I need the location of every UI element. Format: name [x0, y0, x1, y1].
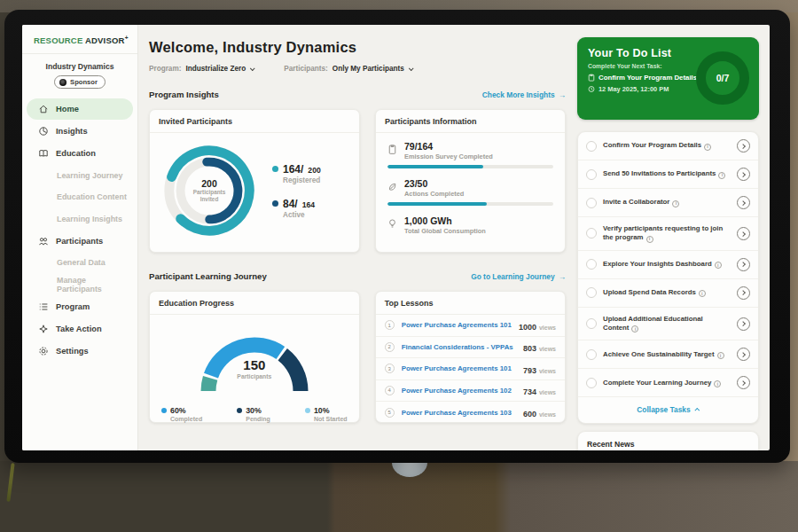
sidebar-item-learning-journey[interactable]: Learning Journey [27, 165, 133, 186]
todo-task-upload-spend-data-records[interactable]: Upload Spend Data Recordsi [578, 279, 758, 308]
lesson-rank-badge: 5 [385, 408, 395, 418]
participants-filter[interactable]: Participants: Only My Participants [284, 65, 412, 73]
todo-task-upload-additional-educational-content[interactable]: Upload Additional Educational Contenti [578, 308, 758, 341]
sidebar-item-label: Learning Journey [57, 171, 122, 180]
task-open-button[interactable] [737, 376, 750, 389]
sidebar-item-education[interactable]: Education [27, 143, 133, 164]
task-open-button[interactable] [737, 317, 750, 331]
sidebar-item-label: Program [56, 302, 90, 311]
sidebar-item-label: Settings [56, 347, 89, 356]
legend-label: Active [283, 211, 321, 219]
legend-label: Not Started [314, 416, 348, 422]
donut-legend-item-registered: 164/200Registered [272, 163, 321, 184]
sidebar-item-manage-participants[interactable]: Manage Participants [27, 274, 133, 295]
program-filter-value: Industrialize Zero [185, 65, 246, 73]
chevron-right-icon [740, 200, 745, 205]
task-open-button[interactable] [737, 196, 750, 209]
check-more-insights-link[interactable]: Check More Insights→ [482, 90, 566, 99]
todo-task-verify-participants-requesting-to-join-the-program[interactable]: Verify participants requesting to join t… [578, 217, 758, 251]
lesson-row: 2Financial Considerations - VPPAs803view… [376, 337, 565, 359]
sidebar-item-settings[interactable]: Settings [27, 340, 133, 362]
task-checkbox[interactable] [586, 287, 597, 298]
task-open-button[interactable] [737, 286, 750, 300]
todo-next-task[interactable]: Confirm Your Program Details [588, 74, 705, 82]
lesson-link[interactable]: Power Purchase Agreements 103 [402, 409, 516, 417]
task-open-button[interactable] [737, 348, 750, 361]
lesson-row: 5Power Purchase Agreements 103600views [376, 402, 565, 424]
todo-task-complete-your-learning-journey[interactable]: Complete Your Learning Journeyi [578, 369, 758, 397]
task-open-button[interactable] [737, 139, 750, 153]
lesson-views-suffix: views [539, 411, 556, 418]
section-title: Program Insights [149, 90, 219, 99]
info-icon: i [714, 380, 721, 387]
stat-value: 1,000 GWh [404, 215, 486, 226]
sidebar-item-label: General Data [57, 258, 106, 267]
task-checkbox[interactable] [586, 378, 597, 388]
invited-participants-card: Invited Participants 200 Partic [149, 109, 360, 253]
task-open-button[interactable] [737, 258, 750, 271]
donut-legend-item-active: 84/164Active [272, 198, 321, 219]
top-lessons-list: 1Power Purchase Agreements 1011000views2… [376, 315, 565, 424]
legend-percent: 10% [314, 406, 330, 415]
gauge-segment-not-started [208, 378, 210, 391]
chevron-right-icon [740, 380, 745, 385]
collapse-tasks-link[interactable]: Collapse Tasks [578, 397, 758, 423]
sidebar-item-label: Home [56, 105, 79, 113]
task-checkbox[interactable] [586, 198, 597, 208]
sponsor-label: Sponsor [70, 78, 98, 86]
todo-task-invite-a-collaborator[interactable]: Invite a Collaboratori [578, 189, 758, 217]
todo-task-confirm-your-program-details[interactable]: Confirm Your Program Detailsi [578, 132, 758, 160]
lesson-link[interactable]: Power Purchase Agreements 102 [402, 387, 516, 395]
arrow-right-icon: → [559, 272, 566, 281]
task-checkbox[interactable] [586, 228, 597, 239]
participants-stats: 79/164Emission Survey Completed23/50Acti… [376, 133, 565, 235]
program-filter[interactable]: Program: Industrialize Zero [149, 65, 254, 73]
legend-dot-icon [237, 408, 242, 413]
lesson-link[interactable]: Power Purchase Agreements 101 [402, 364, 516, 372]
stat-emission-survey-completed: 79/164Emission Survey Completed [387, 141, 553, 168]
lesson-link[interactable]: Power Purchase Agreements 101 [402, 321, 512, 329]
legend-dot-icon [272, 200, 278, 207]
sidebar-item-program[interactable]: Program [27, 296, 133, 317]
sidebar-item-education-content[interactable]: Education Content [27, 187, 133, 208]
task-label: Complete Your Learning Journeyi [603, 379, 731, 388]
sidebar-item-home[interactable]: Home [27, 98, 133, 120]
task-label: Send 50 Invitations to Participantsi [603, 169, 731, 179]
sidebar-item-take-action[interactable]: Take Action [27, 318, 133, 340]
sidebar-item-label: Education [56, 149, 96, 158]
task-open-button[interactable] [737, 227, 750, 240]
task-checkbox[interactable] [586, 141, 597, 152]
todo-task-achieve-one-sustainability-target[interactable]: Achieve One Sustainability Targeti [578, 340, 758, 369]
task-open-button[interactable] [737, 168, 750, 181]
donut-center-value: 200 [201, 178, 217, 189]
education-icon [38, 148, 49, 159]
actions-icon [387, 178, 398, 198]
top-lessons-card: Top Lessons 1Power Purchase Agreements 1… [375, 291, 566, 423]
program-icon [38, 301, 49, 312]
legend-value: 84/ [283, 198, 298, 210]
todo-panel: Your To Do List Complete Your Next Task:… [577, 37, 759, 450]
gauge-center-value: 150 [188, 357, 321, 372]
card-title: Participants Information [376, 110, 565, 133]
todo-task-explore-your-insights-dashboard[interactable]: Explore Your Insights Dashboardi [578, 251, 758, 279]
stat-label: Total Global Consumption [404, 227, 486, 235]
legend-dot-icon [161, 408, 167, 413]
lesson-row: 1Power Purchase Agreements 1011000views [376, 315, 565, 337]
task-checkbox[interactable] [586, 349, 597, 360]
chevron-down-icon [250, 66, 255, 71]
card-title: Invited Participants [150, 110, 359, 133]
task-checkbox[interactable] [586, 259, 597, 270]
sidebar-item-learning-insights[interactable]: Learning Insights [27, 208, 133, 230]
lesson-link[interactable]: Financial Considerations - VPPAs [402, 343, 516, 351]
legend-percent: 30% [246, 406, 262, 415]
info-icon: i [718, 172, 725, 179]
task-checkbox[interactable] [586, 318, 597, 329]
participants-information-card: Participants Information 79/164Emission … [375, 109, 566, 253]
todo-task-send-50-invitations-to-participants[interactable]: Send 50 Invitations to Participantsi [578, 160, 758, 189]
sidebar-item-insights[interactable]: Insights [27, 121, 133, 142]
take-action-icon [38, 324, 49, 334]
go-to-learning-journey-link[interactable]: Go to Learning Journey→ [471, 272, 566, 281]
sidebar-item-general-data[interactable]: General Data [27, 253, 133, 274]
sidebar-item-participants[interactable]: Participants [27, 231, 133, 252]
task-checkbox[interactable] [586, 169, 597, 180]
